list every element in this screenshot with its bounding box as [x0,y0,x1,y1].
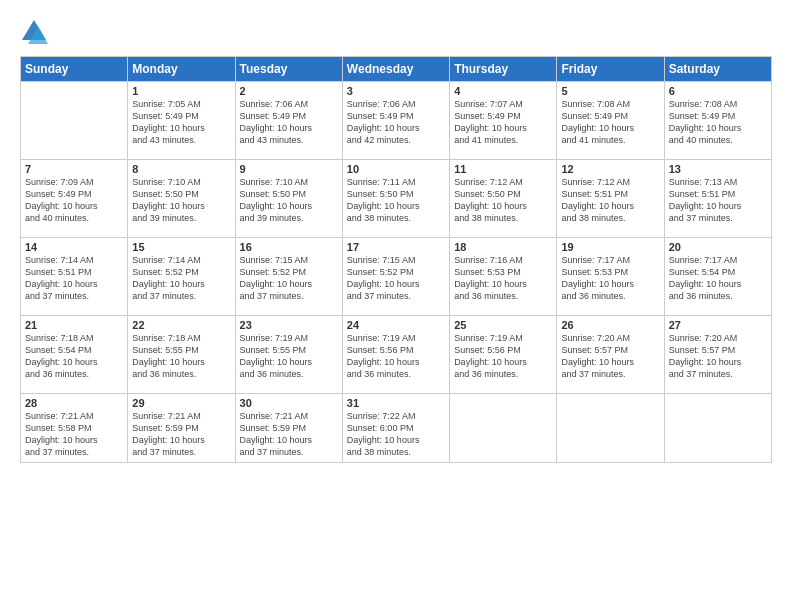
day-info: Sunrise: 7:14 AM Sunset: 5:52 PM Dayligh… [132,254,230,303]
day-info: Sunrise: 7:14 AM Sunset: 5:51 PM Dayligh… [25,254,123,303]
week-row-3: 14Sunrise: 7:14 AM Sunset: 5:51 PM Dayli… [21,238,772,316]
day-number: 14 [25,241,123,253]
calendar-cell: 3Sunrise: 7:06 AM Sunset: 5:49 PM Daylig… [342,82,449,160]
calendar-cell [450,394,557,463]
day-number: 27 [669,319,767,331]
day-info: Sunrise: 7:06 AM Sunset: 5:49 PM Dayligh… [347,98,445,147]
day-number: 6 [669,85,767,97]
day-number: 26 [561,319,659,331]
col-header-sunday: Sunday [21,57,128,82]
day-info: Sunrise: 7:17 AM Sunset: 5:54 PM Dayligh… [669,254,767,303]
calendar-cell: 20Sunrise: 7:17 AM Sunset: 5:54 PM Dayli… [664,238,771,316]
day-number: 18 [454,241,552,253]
day-info: Sunrise: 7:07 AM Sunset: 5:49 PM Dayligh… [454,98,552,147]
header [20,18,772,46]
day-number: 17 [347,241,445,253]
day-number: 2 [240,85,338,97]
day-number: 23 [240,319,338,331]
calendar-cell: 18Sunrise: 7:16 AM Sunset: 5:53 PM Dayli… [450,238,557,316]
calendar-cell: 15Sunrise: 7:14 AM Sunset: 5:52 PM Dayli… [128,238,235,316]
logo-icon [20,18,48,46]
day-info: Sunrise: 7:15 AM Sunset: 5:52 PM Dayligh… [240,254,338,303]
calendar-cell: 7Sunrise: 7:09 AM Sunset: 5:49 PM Daylig… [21,160,128,238]
col-header-friday: Friday [557,57,664,82]
calendar-cell: 19Sunrise: 7:17 AM Sunset: 5:53 PM Dayli… [557,238,664,316]
calendar-cell [557,394,664,463]
day-number: 9 [240,163,338,175]
day-info: Sunrise: 7:08 AM Sunset: 5:49 PM Dayligh… [561,98,659,147]
calendar-cell: 9Sunrise: 7:10 AM Sunset: 5:50 PM Daylig… [235,160,342,238]
day-number: 15 [132,241,230,253]
day-number: 11 [454,163,552,175]
calendar-cell: 6Sunrise: 7:08 AM Sunset: 5:49 PM Daylig… [664,82,771,160]
day-info: Sunrise: 7:12 AM Sunset: 5:50 PM Dayligh… [454,176,552,225]
calendar-cell: 13Sunrise: 7:13 AM Sunset: 5:51 PM Dayli… [664,160,771,238]
calendar-cell: 30Sunrise: 7:21 AM Sunset: 5:59 PM Dayli… [235,394,342,463]
calendar-cell [664,394,771,463]
day-number: 25 [454,319,552,331]
day-number: 12 [561,163,659,175]
calendar-cell: 2Sunrise: 7:06 AM Sunset: 5:49 PM Daylig… [235,82,342,160]
day-number: 30 [240,397,338,409]
day-number: 1 [132,85,230,97]
calendar-table: SundayMondayTuesdayWednesdayThursdayFrid… [20,56,772,463]
calendar-cell: 1Sunrise: 7:05 AM Sunset: 5:49 PM Daylig… [128,82,235,160]
day-number: 31 [347,397,445,409]
day-info: Sunrise: 7:21 AM Sunset: 5:59 PM Dayligh… [132,410,230,459]
day-info: Sunrise: 7:22 AM Sunset: 6:00 PM Dayligh… [347,410,445,459]
day-number: 13 [669,163,767,175]
day-info: Sunrise: 7:06 AM Sunset: 5:49 PM Dayligh… [240,98,338,147]
col-header-thursday: Thursday [450,57,557,82]
day-info: Sunrise: 7:19 AM Sunset: 5:56 PM Dayligh… [454,332,552,381]
day-number: 7 [25,163,123,175]
day-info: Sunrise: 7:13 AM Sunset: 5:51 PM Dayligh… [669,176,767,225]
calendar-cell: 29Sunrise: 7:21 AM Sunset: 5:59 PM Dayli… [128,394,235,463]
calendar-cell: 22Sunrise: 7:18 AM Sunset: 5:55 PM Dayli… [128,316,235,394]
calendar-cell: 17Sunrise: 7:15 AM Sunset: 5:52 PM Dayli… [342,238,449,316]
calendar-cell: 28Sunrise: 7:21 AM Sunset: 5:58 PM Dayli… [21,394,128,463]
calendar-cell: 14Sunrise: 7:14 AM Sunset: 5:51 PM Dayli… [21,238,128,316]
day-number: 3 [347,85,445,97]
day-info: Sunrise: 7:17 AM Sunset: 5:53 PM Dayligh… [561,254,659,303]
calendar-cell: 8Sunrise: 7:10 AM Sunset: 5:50 PM Daylig… [128,160,235,238]
week-row-1: 1Sunrise: 7:05 AM Sunset: 5:49 PM Daylig… [21,82,772,160]
day-info: Sunrise: 7:11 AM Sunset: 5:50 PM Dayligh… [347,176,445,225]
day-info: Sunrise: 7:19 AM Sunset: 5:56 PM Dayligh… [347,332,445,381]
day-number: 21 [25,319,123,331]
day-info: Sunrise: 7:08 AM Sunset: 5:49 PM Dayligh… [669,98,767,147]
day-info: Sunrise: 7:20 AM Sunset: 5:57 PM Dayligh… [669,332,767,381]
col-header-monday: Monday [128,57,235,82]
col-header-wednesday: Wednesday [342,57,449,82]
day-info: Sunrise: 7:15 AM Sunset: 5:52 PM Dayligh… [347,254,445,303]
week-row-5: 28Sunrise: 7:21 AM Sunset: 5:58 PM Dayli… [21,394,772,463]
day-number: 22 [132,319,230,331]
logo [20,18,52,46]
calendar-cell: 31Sunrise: 7:22 AM Sunset: 6:00 PM Dayli… [342,394,449,463]
day-number: 16 [240,241,338,253]
day-number: 28 [25,397,123,409]
day-number: 20 [669,241,767,253]
day-info: Sunrise: 7:16 AM Sunset: 5:53 PM Dayligh… [454,254,552,303]
calendar-cell: 10Sunrise: 7:11 AM Sunset: 5:50 PM Dayli… [342,160,449,238]
calendar-cell: 11Sunrise: 7:12 AM Sunset: 5:50 PM Dayli… [450,160,557,238]
header-row: SundayMondayTuesdayWednesdayThursdayFrid… [21,57,772,82]
calendar-cell: 12Sunrise: 7:12 AM Sunset: 5:51 PM Dayli… [557,160,664,238]
calendar-cell: 16Sunrise: 7:15 AM Sunset: 5:52 PM Dayli… [235,238,342,316]
day-number: 5 [561,85,659,97]
col-header-saturday: Saturday [664,57,771,82]
calendar-cell: 4Sunrise: 7:07 AM Sunset: 5:49 PM Daylig… [450,82,557,160]
calendar-cell [21,82,128,160]
day-info: Sunrise: 7:18 AM Sunset: 5:54 PM Dayligh… [25,332,123,381]
day-info: Sunrise: 7:09 AM Sunset: 5:49 PM Dayligh… [25,176,123,225]
page: SundayMondayTuesdayWednesdayThursdayFrid… [0,0,792,612]
day-info: Sunrise: 7:05 AM Sunset: 5:49 PM Dayligh… [132,98,230,147]
day-info: Sunrise: 7:21 AM Sunset: 5:58 PM Dayligh… [25,410,123,459]
day-number: 19 [561,241,659,253]
calendar-cell: 23Sunrise: 7:19 AM Sunset: 5:55 PM Dayli… [235,316,342,394]
calendar-cell: 25Sunrise: 7:19 AM Sunset: 5:56 PM Dayli… [450,316,557,394]
calendar-cell: 5Sunrise: 7:08 AM Sunset: 5:49 PM Daylig… [557,82,664,160]
day-info: Sunrise: 7:20 AM Sunset: 5:57 PM Dayligh… [561,332,659,381]
day-info: Sunrise: 7:12 AM Sunset: 5:51 PM Dayligh… [561,176,659,225]
day-info: Sunrise: 7:19 AM Sunset: 5:55 PM Dayligh… [240,332,338,381]
day-info: Sunrise: 7:21 AM Sunset: 5:59 PM Dayligh… [240,410,338,459]
